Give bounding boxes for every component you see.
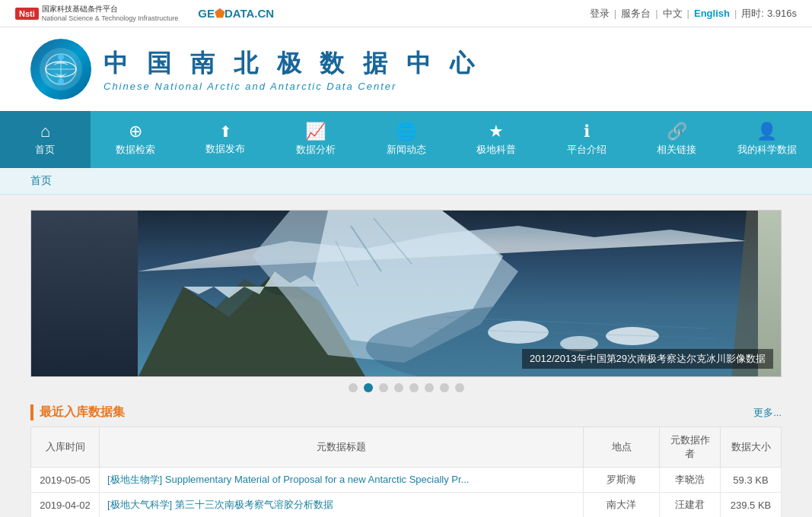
- col-size: 数据大小: [721, 427, 782, 468]
- nav-bar: ⌂ 首页 ⊕ 数据检索 ⬆ 数据发布 📈 数据分析 🌐 新闻动态 ★ 极地科普 …: [0, 111, 812, 168]
- time-label: 用时:: [741, 7, 764, 21]
- row2-author: 汪建君: [660, 493, 721, 518]
- nav-label-home: 首页: [35, 143, 55, 157]
- row2-location: 南大洋: [584, 493, 660, 518]
- nav-label-my-data: 我的科学数据: [737, 143, 797, 157]
- home-icon: ⌂: [40, 123, 50, 140]
- nsti-badge: Nsti: [15, 8, 39, 20]
- nav-label-data-search: 数据检索: [116, 143, 155, 157]
- row1-size: 59.3 KB: [721, 468, 782, 493]
- analysis-icon: 📈: [305, 123, 326, 140]
- table-row: 2019-05-05 [极地生物学] Supplementary Materia…: [31, 468, 782, 493]
- dot-4[interactable]: [394, 383, 403, 392]
- nsti-logo: Nsti 国家科技基础条件平台National Science & Techno…: [15, 5, 178, 23]
- recent-header: 最近入库数据集 更多...: [30, 404, 782, 420]
- table-header-row: 入库时间 元数据标题 地点 元数据作者 数据大小: [31, 427, 782, 468]
- nav-label-news: 新闻动态: [387, 143, 426, 157]
- star-icon: ★: [489, 123, 504, 140]
- row2-size: 239.5 KB: [721, 493, 782, 518]
- nav-item-home[interactable]: ⌂ 首页: [0, 111, 91, 168]
- logo-area: 中 国 南 北 极 数 据 中 心 Chinese National Arcti…: [0, 27, 812, 111]
- row1-location: 罗斯海: [584, 468, 660, 493]
- site-subtitle: Chinese National Arctic and Antarctic Da…: [103, 81, 480, 92]
- nav-item-polar-science[interactable]: ★ 极地科普: [451, 111, 542, 168]
- svg-point-6: [58, 78, 64, 84]
- geodata-text: GE⬟DATA.CN: [198, 7, 274, 21]
- info-icon: ℹ: [584, 123, 590, 140]
- user-icon: 👤: [756, 123, 777, 140]
- dot-7[interactable]: [440, 383, 449, 392]
- link-icon: 🔗: [667, 123, 687, 140]
- nav-item-data-analysis[interactable]: 📈 数据分析: [271, 111, 361, 168]
- col-date: 入库时间: [31, 427, 100, 468]
- table-body: 2019-05-05 [极地生物学] Supplementary Materia…: [31, 468, 782, 518]
- nav-item-data-search[interactable]: ⊕ 数据检索: [91, 111, 181, 168]
- dot-5[interactable]: [409, 383, 419, 392]
- nav-item-data-publish[interactable]: ⬆ 数据发布: [180, 111, 271, 168]
- search-icon: ⊕: [129, 123, 142, 140]
- top-bar-logos: Nsti 国家科技基础条件平台National Science & Techno…: [15, 5, 274, 23]
- logo-text: 中 国 南 北 极 数 据 中 心 Chinese National Arcti…: [103, 47, 480, 92]
- breadcrumb: 首页: [30, 174, 52, 186]
- col-title: 元数据标题: [100, 427, 584, 468]
- row1-title[interactable]: [极地生物学] Supplementary Material of Propos…: [100, 468, 584, 493]
- sep3: |: [687, 8, 689, 19]
- logo-circle: [30, 39, 91, 100]
- nav-label-related-links: 相关链接: [657, 143, 696, 157]
- col-author: 元数据作者: [660, 427, 721, 468]
- dot-6[interactable]: [425, 383, 434, 392]
- top-bar-actions: 登录 | 服务台 | 中文 | English | 用时: 3.916s: [590, 7, 797, 21]
- col-location: 地点: [584, 427, 660, 468]
- slider-dots: [30, 383, 782, 392]
- nav-item-my-data[interactable]: 👤 我的科学数据: [722, 111, 813, 168]
- row1-date: 2019-05-05: [31, 468, 100, 493]
- news-icon: 🌐: [396, 123, 416, 140]
- dot-1[interactable]: [349, 383, 358, 392]
- data-table: 入库时间 元数据标题 地点 元数据作者 数据大小 2019-05-05 [极地生…: [30, 427, 782, 517]
- nav-label-platform-intro: 平台介绍: [567, 143, 607, 157]
- nav-label-polar-science: 极地科普: [476, 143, 516, 157]
- nav-item-news[interactable]: 🌐 新闻动态: [361, 111, 451, 168]
- sep4: |: [734, 8, 737, 19]
- slider-container: 2012/2013年中国第29次南极考察达尔克冰川影像数据: [30, 210, 782, 377]
- nav-label-data-analysis: 数据分析: [296, 143, 336, 157]
- nav-label-data-publish: 数据发布: [205, 142, 245, 156]
- dot-3[interactable]: [379, 383, 388, 392]
- english-link[interactable]: English: [694, 8, 730, 19]
- sep2: |: [655, 8, 658, 19]
- recent-section: 最近入库数据集 更多... 入库时间 元数据标题 地点 元数据作者 数据大小 2…: [30, 404, 782, 517]
- publish-icon: ⬆: [219, 124, 232, 139]
- service-link[interactable]: 服务台: [621, 7, 651, 21]
- nav-item-platform-intro[interactable]: ℹ 平台介绍: [541, 111, 632, 168]
- dot-2[interactable]: [364, 383, 373, 392]
- nsti-text: 国家科技基础条件平台National Science & Technology …: [42, 5, 178, 23]
- dot-8[interactable]: [455, 383, 464, 392]
- logo-svg: [38, 46, 84, 92]
- sep1: |: [614, 8, 616, 19]
- main-content: 2012/2013年中国第29次南极考察达尔克冰川影像数据 最近入库数据集 更多…: [0, 195, 812, 517]
- svg-point-5: [58, 54, 64, 60]
- login-link[interactable]: 登录: [590, 7, 610, 21]
- row2-title[interactable]: [极地大气科学] 第三十三次南极考察气溶胶分析数据: [100, 493, 584, 518]
- chinese-link[interactable]: 中文: [663, 7, 683, 21]
- top-bar: Nsti 国家科技基础条件平台National Science & Techno…: [0, 0, 812, 27]
- time-value: 3.916s: [767, 8, 797, 19]
- row2-date: 2019-04-02: [31, 493, 100, 518]
- row1-author: 李晓浩: [660, 468, 721, 493]
- slider-left-strip: [31, 211, 138, 376]
- table-row: 2019-04-02 [极地大气科学] 第三十三次南极考察气溶胶分析数据 南大洋…: [31, 493, 782, 518]
- nav-item-related-links[interactable]: 🔗 相关链接: [632, 111, 722, 168]
- more-link[interactable]: 更多...: [753, 406, 782, 420]
- recent-title: 最近入库数据集: [30, 404, 125, 420]
- breadcrumb-area: 首页: [0, 168, 812, 195]
- slider-caption: 2012/2013年中国第29次南极考察达尔克冰川影像数据: [522, 349, 773, 369]
- geodata-logo: GE⬟DATA.CN: [198, 7, 274, 21]
- site-title: 中 国 南 北 极 数 据 中 心: [103, 47, 480, 81]
